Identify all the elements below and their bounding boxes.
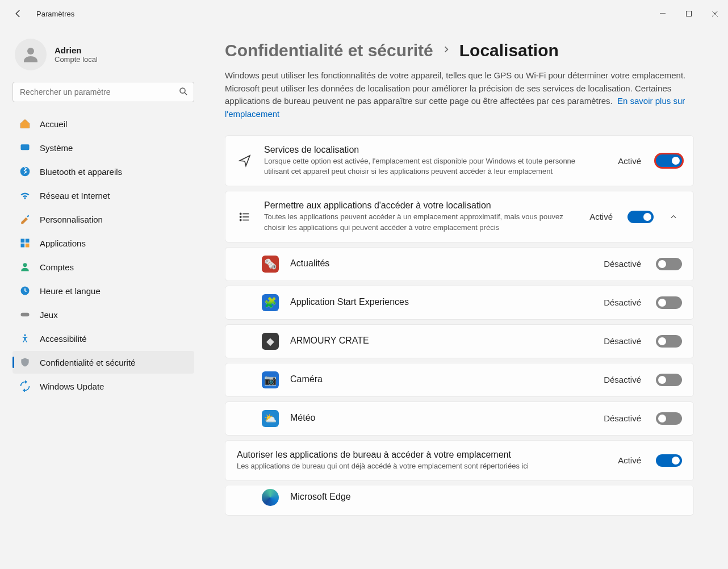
card-desc: Les applications de bureau qui ont déjà …: [237, 461, 555, 471]
sidebar-item-time[interactable]: Heure et langue: [12, 279, 194, 302]
status-label: Activé: [589, 212, 613, 221]
sidebar-item-label: Système: [40, 143, 73, 153]
apps-icon: [19, 237, 31, 249]
sidebar-item-label: Bluetooth et appareils: [40, 167, 122, 177]
app-name: Caméra: [290, 374, 592, 384]
status-label: Désactivé: [604, 375, 641, 384]
sidebar-item-system[interactable]: Système: [12, 136, 194, 159]
svg-rect-12: [26, 244, 30, 248]
toggle-desktop-apps[interactable]: [656, 454, 682, 467]
svg-rect-7: [21, 144, 30, 150]
sidebar-item-network[interactable]: Réseau et Internet: [12, 184, 194, 207]
app-name: Actualités: [290, 258, 592, 269]
user-icon: [19, 261, 31, 273]
toggle-app[interactable]: [656, 412, 682, 425]
chevron-up-icon[interactable]: [665, 213, 682, 221]
breadcrumb-parent[interactable]: Confidentialité et sécurité: [225, 41, 433, 60]
status-label: Désactivé: [604, 298, 641, 307]
svg-rect-1: [687, 11, 692, 16]
sidebar-item-update[interactable]: Windows Update: [12, 375, 194, 398]
app-icon: 🗞️: [262, 256, 279, 273]
toggle-app[interactable]: [656, 374, 682, 386]
list-item: 🗞️ Actualités Désactivé: [225, 247, 694, 281]
app-list: 🗞️ Actualités Désactivé 🧩 Application St…: [225, 247, 694, 436]
sidebar-item-label: Heure et langue: [40, 286, 101, 296]
breadcrumb: Confidentialité et sécurité Localisation: [225, 41, 694, 60]
svg-line-6: [185, 93, 187, 95]
sidebar-item-apps[interactable]: Applications: [12, 232, 194, 254]
search-input[interactable]: [12, 82, 194, 102]
card-title: Services de localisation: [264, 145, 606, 155]
list-item: ◆ ARMOURY CRATE Désactivé: [225, 324, 694, 358]
nav: Accueil Système Bluetooth et appareils R…: [12, 112, 194, 398]
close-button[interactable]: [702, 5, 728, 23]
update-icon: [19, 380, 31, 392]
search-box[interactable]: [12, 82, 194, 102]
minimize-button[interactable]: [650, 5, 676, 23]
card-desc: Lorsque cette option est activée, l'empl…: [264, 156, 582, 177]
list-item: 🧩 Application Start Experiences Désactiv…: [225, 286, 694, 320]
list-item: 📷 Caméra Désactivé: [225, 363, 694, 397]
app-icon: 🧩: [262, 294, 279, 311]
gamepad-icon: [19, 309, 31, 320]
svg-point-5: [180, 88, 185, 93]
card-desc: Toutes les applications peuvent accéder …: [264, 212, 578, 232]
titlebar: Paramètres: [0, 0, 728, 27]
home-icon: [19, 118, 31, 129]
status-label: Désactivé: [604, 259, 641, 269]
user-account-type: Compte local: [55, 55, 98, 64]
svg-point-16: [24, 334, 26, 336]
content: Confidentialité et sécurité Localisation…: [204, 27, 728, 569]
user-name: Adrien: [55, 45, 98, 55]
avatar: [15, 39, 47, 70]
sidebar-item-label: Personnalisation: [40, 215, 103, 224]
card-desktop-apps: Autoriser les applications de bureau à a…: [225, 440, 694, 481]
toggle-app[interactable]: [656, 335, 682, 348]
user-block[interactable]: Adrien Compte local: [15, 39, 194, 70]
sidebar-item-label: Jeux: [40, 310, 58, 320]
sidebar-item-home[interactable]: Accueil: [12, 112, 194, 135]
accessibility-icon: [19, 333, 31, 344]
sidebar-item-games[interactable]: Jeux: [12, 303, 194, 326]
sidebar-item-accounts[interactable]: Comptes: [12, 256, 194, 278]
shield-icon: [19, 357, 31, 368]
maximize-button[interactable]: [676, 5, 702, 23]
svg-rect-9: [21, 239, 25, 243]
app-icon: ⛅: [262, 410, 279, 427]
page-title: Localisation: [459, 41, 559, 60]
sidebar-item-label: Comptes: [40, 262, 74, 272]
sidebar-item-bluetooth[interactable]: Bluetooth et appareils: [12, 160, 194, 183]
card-app-access: Permettre aux applications d'accéder à v…: [225, 191, 694, 242]
svg-rect-15: [21, 313, 30, 317]
sidebar-item-accessibility[interactable]: Accessibilité: [12, 327, 194, 350]
toggle-location-services[interactable]: [656, 154, 682, 167]
intro-text: Windows peut utiliser les fonctionnalité…: [225, 69, 691, 120]
svg-rect-11: [21, 244, 25, 248]
edge-icon: [262, 489, 279, 506]
toggle-app[interactable]: [656, 296, 682, 309]
status-label: Désactivé: [604, 413, 641, 423]
bluetooth-icon: [19, 166, 31, 177]
sidebar-item-privacy[interactable]: Confidentialité et sécurité: [12, 351, 194, 374]
status-label: Activé: [618, 455, 641, 465]
list-item: ⛅ Météo Désactivé: [225, 401, 694, 436]
app-name: ARMOURY CRATE: [290, 336, 592, 346]
toggle-app[interactable]: [656, 258, 682, 270]
app-name: Microsoft Edge: [290, 492, 682, 502]
brush-icon: [19, 214, 31, 225]
card-location-services: Services de localisation Lorsque cette o…: [225, 135, 694, 186]
list-icon: [237, 211, 253, 223]
card-title: Permettre aux applications d'accéder à v…: [264, 200, 578, 211]
svg-point-13: [23, 263, 27, 267]
app-icon: 📷: [262, 371, 279, 388]
sidebar-item-personalization[interactable]: Personnalisation: [12, 208, 194, 231]
back-button[interactable]: [11, 7, 25, 20]
toggle-app-access[interactable]: [627, 211, 654, 223]
card-title: Autoriser les applications de bureau à a…: [237, 450, 606, 460]
status-label: Désactivé: [604, 336, 641, 346]
svg-point-22: [240, 219, 241, 220]
chevron-right-icon: [442, 45, 450, 56]
sidebar-item-label: Confidentialité et sécurité: [40, 358, 135, 367]
clock-icon: [19, 285, 31, 296]
status-label: Activé: [618, 156, 641, 166]
